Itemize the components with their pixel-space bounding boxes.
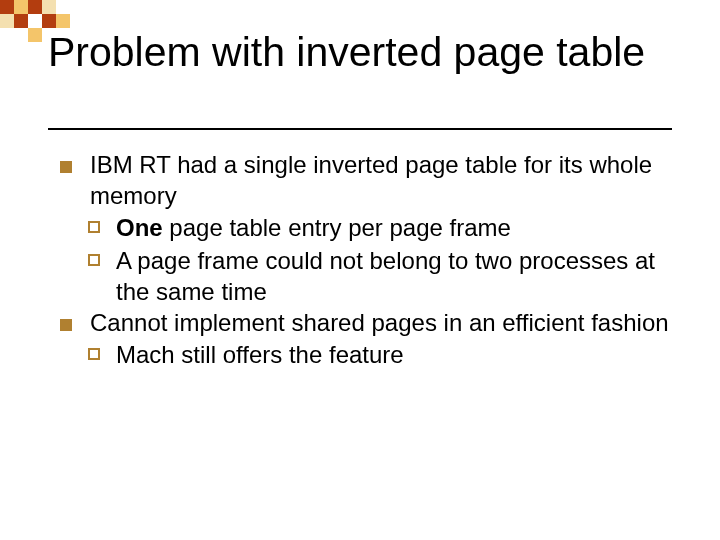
bullet-text: Cannot implement shared pages in an effi…	[90, 309, 669, 336]
decor-square	[56, 14, 70, 28]
sub-bullet-rest: page table entry per page frame	[163, 214, 511, 241]
bullet-level2: Mach still offers the feature	[60, 340, 680, 371]
sub-bullet-text: A page frame could not belong to two pro…	[116, 247, 655, 305]
sub-bullet-lead: A	[116, 247, 131, 274]
sub-bullet-lead: One	[116, 214, 163, 241]
bullet-level1: IBM RT had a single inverted page table …	[60, 150, 680, 211]
square-bullet-icon	[60, 161, 72, 173]
bullet-level2: A page frame could not belong to two pro…	[60, 246, 680, 307]
bullet-level2: One page table entry per page frame	[60, 213, 680, 244]
sub-bullet-rest: still offers the feature	[175, 341, 404, 368]
hollow-square-bullet-icon	[88, 348, 100, 360]
title-underline	[48, 128, 672, 130]
hollow-square-bullet-icon	[88, 221, 100, 233]
decor-square	[14, 14, 28, 28]
slide-body: IBM RT had a single inverted page table …	[60, 150, 680, 371]
decor-square	[28, 0, 42, 14]
decor-square	[28, 28, 42, 42]
sub-bullet-rest: page frame could not belong to two proce…	[116, 247, 655, 305]
square-bullet-icon	[60, 319, 72, 331]
decor-square	[0, 0, 14, 14]
decor-square	[42, 14, 56, 28]
decor-square	[14, 0, 28, 14]
sub-bullet-text: Mach still offers the feature	[116, 341, 404, 368]
slide-title: Problem with inverted page table	[48, 30, 696, 74]
bullet-text: IBM RT had a single inverted page table …	[90, 151, 652, 209]
hollow-square-bullet-icon	[88, 254, 100, 266]
sub-bullet-lead: Mach	[116, 341, 175, 368]
decor-square	[42, 0, 56, 14]
bullet-level1: Cannot implement shared pages in an effi…	[60, 308, 680, 339]
decor-square	[0, 14, 14, 28]
sub-bullet-text: One page table entry per page frame	[116, 214, 511, 241]
